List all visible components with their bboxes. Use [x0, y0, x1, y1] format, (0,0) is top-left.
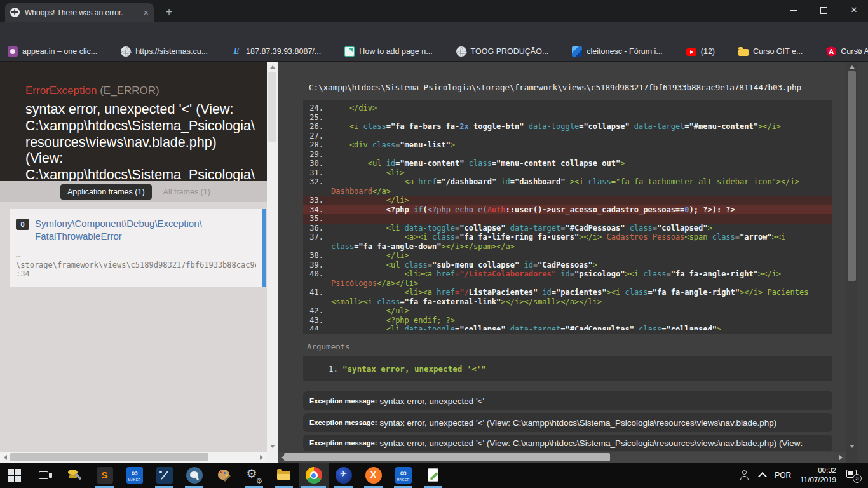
database-tool-app[interactable]	[60, 463, 90, 488]
line-number: 42.	[303, 306, 331, 316]
tab-application-frames[interactable]: Application frames (1)	[60, 184, 152, 200]
line-number: 36.	[303, 224, 331, 233]
browser-tab[interactable]: Whoops! There was an error. ×	[5, 3, 154, 22]
task-view-button[interactable]	[30, 463, 60, 488]
bookmark-item[interactable]: cleitonesc - Fórum i...	[572, 46, 662, 57]
bookmark-item[interactable]: ACurso Angular	[826, 46, 868, 57]
bookmark-item[interactable]: Curso GIT e...	[738, 47, 803, 56]
file-explorer-app[interactable]	[269, 463, 299, 488]
code-line: Psicólogos</a></li>	[303, 279, 832, 288]
code-file-path: C:\xampp\htdocs\Sistema_Psicologia\stora…	[309, 83, 801, 92]
frame-item[interactable]: 0 Symfony\Component\Debug\Exception\Fata…	[10, 209, 266, 287]
line-number: 38.	[303, 251, 331, 261]
code-line: 42. </ul>	[303, 306, 832, 316]
left-horizontal-scrollbar[interactable]	[0, 452, 267, 463]
right-horizontal-scrollbar[interactable]	[278, 452, 846, 463]
arguments-block: 1. "syntax error, unexpected '<'"	[303, 356, 832, 381]
line-number: 30.	[303, 159, 331, 168]
tab-close-icon[interactable]: ×	[144, 8, 149, 18]
bookmark-item[interactable]: (12)	[686, 47, 715, 56]
code-line: 25.	[303, 113, 832, 123]
scrollbar-thumb[interactable]	[284, 453, 610, 461]
start-button-icon	[7, 467, 24, 484]
scrollbar-corner	[846, 452, 857, 463]
bookmark-item[interactable]: https://sistemas.cu...	[121, 46, 208, 57]
clock[interactable]: 00:32 11/07/2019	[800, 466, 836, 485]
code-line: 30. <ul id="menu-content" class="menu-co…	[303, 159, 832, 168]
scrollbar-thumb[interactable]	[268, 72, 276, 142]
database-tool-app-icon	[67, 467, 83, 484]
scrollbar-thumb[interactable]	[848, 71, 856, 281]
code-line: 34. <?php if(<?php echo e(Auth::user()->…	[303, 205, 832, 215]
scroll-right-icon[interactable]	[260, 455, 263, 460]
sublime-text-app[interactable]	[90, 463, 119, 488]
whoops-code-panel: C:\xampp\htdocs\Sistema_Psicologia\stora…	[278, 62, 868, 463]
xampp-app-icon	[365, 467, 382, 484]
bookmark-item[interactable]: E187.87.39.93:8087/...	[231, 46, 321, 57]
line-number: 27.	[303, 132, 331, 141]
exception-message-text: syntax error, unexpected '<'	[379, 396, 484, 406]
chrome-app[interactable]	[299, 463, 329, 488]
code-line: 37. <a><i class="fa fa-life-ring fa-user…	[303, 233, 832, 242]
right-vertical-scrollbar[interactable]	[846, 62, 857, 452]
exception-message-text: syntax error, unexpected '<' (View: C:\x…	[379, 418, 776, 428]
xampp-app[interactable]	[358, 463, 388, 488]
line-number: 29.	[303, 150, 331, 159]
scroll-up-icon[interactable]	[850, 65, 855, 69]
angular-icon: A	[826, 46, 836, 57]
frame-class-name: Symfony\Component\Debug\Exception\FatalT…	[35, 217, 202, 243]
code-line: 24. </div>	[303, 104, 832, 113]
e-icon: E	[231, 46, 241, 57]
window-minimize-button[interactable]	[779, 0, 807, 20]
notification-center-icon[interactable]: 3	[846, 469, 860, 482]
window-close-button[interactable]: ✕	[840, 0, 868, 20]
line-number: 26.	[303, 122, 331, 132]
postgresql-app-icon	[186, 467, 203, 484]
bookmarks-list: appear.in – one clic...https://sistemas.…	[8, 46, 868, 57]
bookmark-item[interactable]: How to add page n...	[344, 46, 432, 57]
bookmark-item[interactable]: TOOG PRODUÇÃO...	[456, 46, 549, 57]
scroll-down-icon[interactable]	[850, 445, 855, 448]
language-indicator[interactable]: POR	[775, 471, 791, 480]
notification-badge: 3	[853, 474, 862, 483]
code-line: 39. <ul class="sub-menu collapse" id="Ca…	[303, 261, 832, 270]
window-restore-button[interactable]	[810, 0, 837, 20]
new-tab-button[interactable]: +	[161, 5, 177, 20]
tab-all-frames[interactable]: All frames (1)	[163, 187, 210, 196]
code-block: 24. </div>25.26. <i class="fa fa-bars fa…	[303, 100, 832, 334]
maker-app[interactable]	[119, 463, 149, 488]
blue-globe-app[interactable]	[329, 463, 358, 488]
hidden-icons-chevron-icon[interactable]	[758, 472, 767, 481]
paint-app-icon	[216, 467, 233, 484]
paint-app[interactable]	[209, 463, 239, 488]
dev-tool-app[interactable]	[149, 463, 179, 488]
bookmarks-overflow-icon[interactable]: »	[857, 44, 862, 55]
code-line: 38. </li>	[303, 251, 832, 261]
postgresql-app[interactable]	[179, 463, 209, 488]
people-icon[interactable]	[739, 470, 750, 481]
maker-app-2[interactable]	[388, 463, 418, 488]
scroll-left-icon[interactable]	[4, 455, 7, 460]
exception-message-text: syntax error, unexpected '<' (View: C:\x…	[379, 438, 803, 448]
exception-message-label: Exception message:	[309, 419, 377, 426]
system-tray: POR 00:32 11/07/2019 3	[739, 463, 868, 488]
start-button[interactable]	[0, 463, 30, 488]
code-line: 27.	[303, 132, 832, 141]
scroll-down-icon[interactable]	[270, 445, 275, 448]
left-vertical-scrollbar[interactable]	[267, 62, 278, 452]
scrollbar-thumb[interactable]	[10, 453, 208, 461]
time: 00:32	[800, 466, 836, 475]
code-line: 28. <div class="menu-list">	[303, 140, 832, 150]
youtube-icon	[686, 48, 696, 56]
line-number: 40.	[303, 269, 331, 279]
cube-icon	[572, 46, 582, 57]
frame-line-number: :34	[16, 269, 256, 278]
tab-favicon-globe-icon	[10, 8, 20, 17]
line-number: 31.	[303, 168, 331, 178]
notepad-plus-plus-app[interactable]	[418, 463, 448, 488]
scroll-up-icon[interactable]	[270, 65, 275, 69]
scroll-right-icon[interactable]	[839, 455, 843, 460]
bookmark-item[interactable]: appear.in – one clic...	[8, 46, 97, 57]
settings-tool-app[interactable]	[239, 463, 269, 488]
page-viewport: ErrorException (E_ERROR) syntax error, u…	[0, 62, 868, 463]
